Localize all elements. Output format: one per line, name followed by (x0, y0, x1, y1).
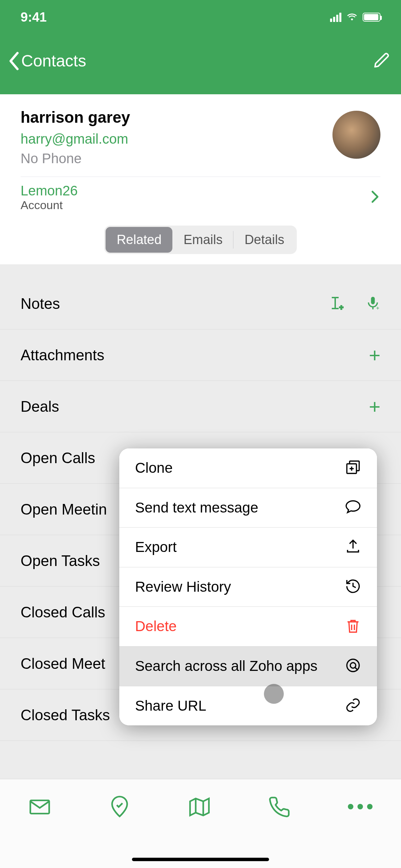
svg-point-9 (350, 663, 356, 668)
back-button[interactable]: Contacts (6, 51, 86, 71)
toolbar-location-button[interactable] (108, 796, 131, 820)
clone-icon (345, 459, 361, 477)
nav-bar: Contacts (0, 34, 401, 94)
history-icon (345, 578, 361, 596)
list-label: Open Calls (21, 449, 95, 467)
home-indicator (132, 858, 269, 861)
chevron-right-icon (370, 190, 380, 205)
list-label: Closed Meet (21, 655, 105, 672)
toolbar-more-button[interactable] (348, 796, 373, 809)
svg-text:+: + (376, 305, 379, 311)
wifi-icon (346, 11, 358, 24)
contact-phone: No Phone (21, 151, 130, 166)
export-icon (345, 538, 361, 556)
list-row-attachments[interactable]: Attachments + (0, 329, 401, 381)
menu-label: Export (135, 538, 177, 557)
status-icons (330, 11, 380, 24)
menu-item-send-text[interactable]: Send text message (119, 488, 377, 528)
trash-icon (345, 618, 361, 636)
avatar[interactable] (332, 111, 380, 159)
svg-text:+: + (339, 304, 343, 311)
list-label: Open Meetin (21, 501, 107, 518)
menu-label: Delete (135, 617, 177, 636)
account-row[interactable]: Lemon26 Account (0, 177, 401, 219)
menu-label: Review History (135, 578, 231, 596)
nav-title: Contacts (21, 51, 86, 70)
menu-item-delete[interactable]: Delete (119, 607, 377, 647)
edit-button[interactable] (374, 52, 391, 70)
context-menu: Clone Send text message Export Review Hi… (119, 448, 377, 725)
list-label: Attachments (21, 347, 105, 364)
toolbar-mail-button[interactable] (28, 796, 51, 820)
svg-line-10 (355, 667, 358, 670)
menu-item-export[interactable]: Export (119, 528, 377, 567)
menu-label: Clone (135, 459, 173, 478)
tab-details[interactable]: Details (233, 227, 295, 253)
contact-name: harrison garey (21, 108, 130, 126)
add-voice-note-icon[interactable]: + (365, 295, 380, 313)
list-label: Notes (21, 295, 60, 312)
svg-marker-12 (190, 798, 209, 816)
segmented-control: Related Emails Details (0, 219, 401, 264)
battery-icon (363, 13, 380, 22)
tab-emails[interactable]: Emails (172, 227, 233, 253)
list-label: Open Tasks (21, 552, 100, 569)
menu-item-review-history[interactable]: Review History (119, 567, 377, 607)
search-all-icon (345, 657, 361, 675)
status-time: 9:41 (21, 10, 47, 25)
menu-item-share-url[interactable]: Share URL (119, 686, 377, 726)
list-row-deals[interactable]: Deals + (0, 381, 401, 432)
message-icon (345, 499, 361, 517)
menu-label: Send text message (135, 498, 258, 517)
list-label: Deals (21, 398, 59, 415)
add-text-note-icon[interactable]: + (328, 295, 345, 313)
menu-item-clone[interactable]: Clone (119, 448, 377, 488)
toolbar-map-button[interactable] (188, 796, 211, 820)
toolbar-call-button[interactable] (268, 796, 291, 820)
add-icon[interactable]: + (369, 345, 380, 365)
account-name: Lemon26 (21, 183, 78, 198)
contact-header: harrison garey harry@gmail.com No Phone (0, 94, 401, 177)
list-label: Closed Calls (21, 604, 105, 621)
menu-label: Share URL (135, 697, 206, 715)
account-label: Account (21, 198, 78, 212)
touch-indicator (264, 684, 284, 704)
bottom-toolbar (0, 779, 401, 868)
status-bar: 9:41 (0, 0, 401, 34)
menu-label: Search across all Zoho apps (135, 657, 317, 676)
tab-related[interactable]: Related (106, 227, 172, 253)
add-icon[interactable]: + (369, 397, 380, 417)
menu-item-search-zoho[interactable]: Search across all Zoho apps (119, 647, 377, 686)
list-row-notes[interactable]: Notes + + (0, 278, 401, 329)
contact-email[interactable]: harry@gmail.com (21, 131, 130, 147)
link-icon (345, 697, 361, 715)
more-icon (348, 804, 373, 809)
signal-icon (330, 12, 341, 22)
list-label: Closed Tasks (21, 707, 110, 724)
svg-rect-1 (371, 297, 375, 304)
